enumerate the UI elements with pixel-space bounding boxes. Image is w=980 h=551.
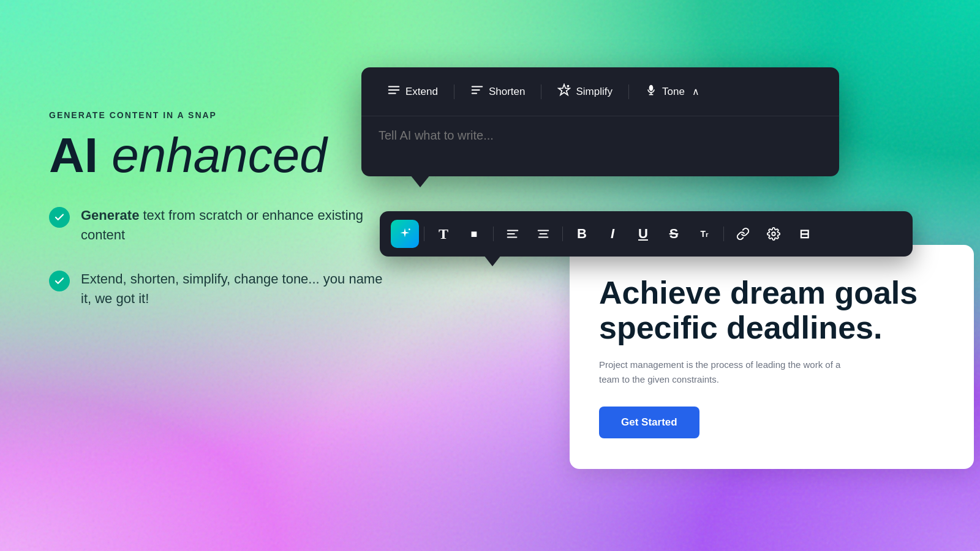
svg-point-17: [772, 232, 775, 236]
divider-2: [541, 84, 541, 99]
format-divider-3: [562, 227, 563, 241]
simplify-label: Simplify: [576, 86, 612, 98]
bold-button[interactable]: B: [568, 220, 596, 248]
underline-button[interactable]: U: [629, 220, 657, 248]
ai-toolbar: Extend Shorten: [361, 67, 839, 176]
feature-item-1: Generate text from scratch or enhance ex…: [49, 206, 392, 245]
ai-magic-button[interactable]: [391, 220, 419, 248]
hero-title: AI enhanced: [49, 130, 392, 181]
svg-point-7: [649, 85, 654, 91]
check-icon-2: [49, 271, 70, 291]
shorten-label: Shorten: [489, 86, 526, 98]
tone-icon: [645, 83, 657, 100]
ai-prompt-input[interactable]: [379, 129, 822, 157]
strikethrough-button[interactable]: S: [660, 220, 688, 248]
format-toolbar: T ■ B I U S Tr: [380, 211, 913, 257]
extend-icon: [387, 83, 401, 100]
tagline: GENERATE CONTENT IN A SNAP: [49, 110, 392, 120]
extend-label: Extend: [405, 86, 438, 98]
shorten-button[interactable]: Shorten: [462, 78, 534, 105]
font-size-button[interactable]: Tr: [690, 220, 718, 248]
svg-point-10: [409, 228, 410, 230]
link-button[interactable]: [729, 220, 757, 248]
tone-button[interactable]: Tone ∧: [636, 78, 708, 105]
right-content: Extend Shorten: [361, 61, 980, 551]
get-started-button[interactable]: Get Started: [599, 407, 699, 438]
hero-section: GENERATE CONTENT IN A SNAP AI enhanced G…: [49, 110, 392, 309]
format-divider-1: [424, 227, 424, 241]
content-card-subtitle: Project management is the process of lea…: [599, 358, 844, 387]
content-card: Achieve dream goalsspecific deadlines. P…: [570, 245, 974, 469]
hero-title-bold: AI: [49, 128, 98, 182]
feature-item-2: Extend, shorten, simplify, change tone..…: [49, 269, 392, 309]
settings-button[interactable]: [760, 220, 788, 248]
feature-text-1: Generate text from scratch or enhance ex…: [81, 206, 392, 245]
text-format-button[interactable]: T: [429, 220, 458, 248]
format-divider-4: [723, 227, 724, 241]
simplify-button[interactable]: Simplify: [549, 78, 621, 105]
align-center-button[interactable]: [529, 220, 557, 248]
align-left-button[interactable]: [499, 220, 527, 248]
italic-button[interactable]: I: [598, 220, 627, 248]
hero-title-italic: enhanced: [111, 128, 326, 182]
simplify-icon: [557, 83, 571, 100]
format-divider-2: [493, 227, 494, 241]
tone-label: Tone: [662, 86, 685, 98]
divider-1: [454, 84, 454, 99]
feature-text-2: Extend, shorten, simplify, change tone..…: [81, 269, 392, 309]
ai-toolbar-buttons: Extend Shorten: [361, 67, 839, 116]
feature-list: Generate text from scratch or enhance ex…: [49, 206, 392, 309]
content-card-title: Achieve dream goalsspecific deadlines.: [599, 276, 944, 345]
check-icon-1: [49, 207, 70, 228]
more-button[interactable]: ⊟: [790, 220, 818, 248]
shorten-icon: [470, 83, 484, 100]
tone-chevron: ∧: [692, 86, 699, 97]
svg-point-6: [567, 85, 570, 88]
extend-button[interactable]: Extend: [379, 78, 447, 105]
divider-3: [628, 84, 629, 99]
ai-input-area[interactable]: [361, 116, 839, 176]
square-button[interactable]: ■: [460, 220, 488, 248]
